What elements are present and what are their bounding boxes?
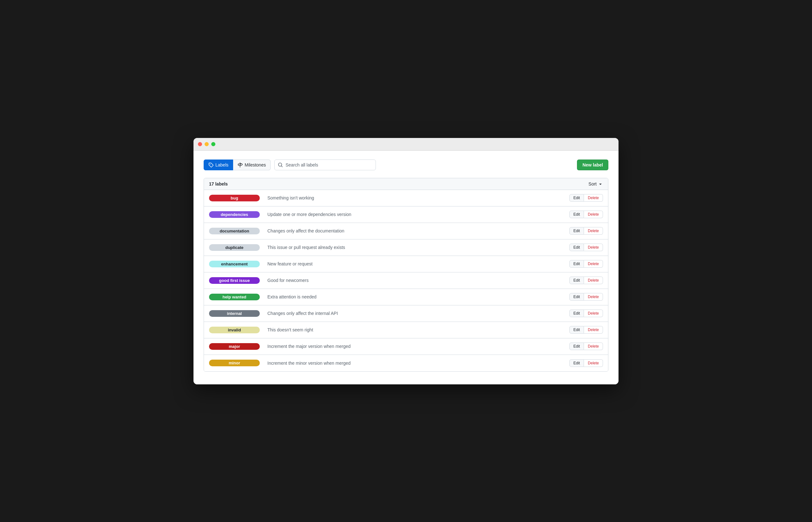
chevron-down-icon <box>598 181 603 186</box>
label-row: help wantedExtra attention is neededEdit… <box>204 289 608 305</box>
label-badge: minor <box>209 360 260 366</box>
label-badge: major <box>209 343 260 350</box>
label-actions: EditDelete <box>569 326 603 334</box>
label-actions: EditDelete <box>569 293 603 301</box>
label-badge: help wanted <box>209 294 260 300</box>
label-badge: duplicate <box>209 244 260 251</box>
delete-button[interactable]: Delete <box>584 293 603 301</box>
label-row: majorIncrement the major version when me… <box>204 338 608 355</box>
edit-button[interactable]: Edit <box>569 227 584 235</box>
label-row: enhancementNew feature or requestEditDel… <box>204 256 608 273</box>
page-content: Labels Milestones New label 17 labels <box>194 150 618 384</box>
label-badge: enhancement <box>209 261 260 267</box>
milestones-tab-button[interactable]: Milestones <box>233 160 271 170</box>
new-label-button[interactable]: New label <box>577 160 608 170</box>
search-input[interactable] <box>285 162 372 167</box>
maximize-button[interactable] <box>211 142 215 146</box>
delete-button[interactable]: Delete <box>584 260 603 268</box>
edit-button[interactable]: Edit <box>569 342 584 350</box>
sort-button[interactable]: Sort <box>588 181 603 186</box>
label-row: documentationChanges only affect the doc… <box>204 223 608 239</box>
label-description: Increment the major version when merged <box>260 344 569 349</box>
toolbar: Labels Milestones New label <box>204 160 608 170</box>
label-row: invalidThis doesn't seem rightEditDelete <box>204 322 608 338</box>
milestone-icon <box>238 162 243 167</box>
minimize-button[interactable] <box>204 142 209 146</box>
edit-button[interactable]: Edit <box>569 326 584 334</box>
label-actions: EditDelete <box>569 244 603 251</box>
labels-header: 17 labels Sort <box>204 178 608 190</box>
label-actions: EditDelete <box>569 342 603 350</box>
label-description: This issue or pull request already exist… <box>260 245 569 250</box>
labels-tab-button[interactable]: Labels <box>204 160 233 170</box>
edit-button[interactable]: Edit <box>569 277 584 284</box>
label-actions: EditDelete <box>569 359 603 367</box>
labels-list: bugSomething isn't workingEditDeletedepe… <box>204 190 608 372</box>
label-actions: EditDelete <box>569 309 603 317</box>
label-badge: dependencies <box>209 211 260 218</box>
edit-button[interactable]: Edit <box>569 293 584 301</box>
labels-count: 17 labels <box>209 181 228 186</box>
delete-button[interactable]: Delete <box>584 309 603 317</box>
label-row: internalChanges only affect the internal… <box>204 305 608 322</box>
label-badge: invalid <box>209 327 260 333</box>
label-description: Extra attention is needed <box>260 294 569 299</box>
label-badge: documentation <box>209 228 260 234</box>
titlebar <box>194 138 618 150</box>
edit-button[interactable]: Edit <box>569 359 584 367</box>
delete-button[interactable]: Delete <box>584 277 603 284</box>
delete-button[interactable]: Delete <box>584 210 603 218</box>
milestones-btn-text: Milestones <box>244 162 266 167</box>
label-badge: internal <box>209 310 260 317</box>
close-button[interactable] <box>198 142 202 146</box>
main-window: Labels Milestones New label 17 labels <box>194 138 618 384</box>
label-badge: good first issue <box>209 277 260 284</box>
label-row: bugSomething isn't workingEditDelete <box>204 190 608 206</box>
labels-container: 17 labels Sort bugSomething isn't workin… <box>204 178 608 372</box>
edit-button[interactable]: Edit <box>569 244 584 251</box>
label-row: duplicateThis issue or pull request alre… <box>204 239 608 256</box>
delete-button[interactable]: Delete <box>584 359 603 367</box>
delete-button[interactable]: Delete <box>584 342 603 350</box>
edit-button[interactable]: Edit <box>569 309 584 317</box>
label-badge: bug <box>209 195 260 201</box>
delete-button[interactable]: Delete <box>584 194 603 202</box>
delete-button[interactable]: Delete <box>584 227 603 235</box>
edit-button[interactable]: Edit <box>569 210 584 218</box>
label-description: Changes only affect the documentation <box>260 228 569 234</box>
label-row: dependenciesUpdate one or more dependenc… <box>204 206 608 223</box>
label-actions: EditDelete <box>569 210 603 218</box>
label-icon <box>209 162 214 167</box>
edit-button[interactable]: Edit <box>569 260 584 268</box>
label-actions: EditDelete <box>569 260 603 268</box>
label-row: minorIncrement the minor version when me… <box>204 355 608 372</box>
edit-button[interactable]: Edit <box>569 194 584 202</box>
label-description: Something isn't working <box>260 195 569 200</box>
search-box <box>274 160 376 170</box>
label-description: This doesn't seem right <box>260 327 569 333</box>
label-row: good first issueGood for newcomersEditDe… <box>204 273 608 289</box>
label-description: Changes only affect the internal API <box>260 311 569 316</box>
label-actions: EditDelete <box>569 277 603 284</box>
label-description: New feature or request <box>260 261 569 266</box>
label-actions: EditDelete <box>569 227 603 235</box>
label-description: Update one or more dependencies version <box>260 212 569 217</box>
delete-button[interactable]: Delete <box>584 326 603 334</box>
label-description: Good for newcomers <box>260 278 569 283</box>
label-description: Increment the minor version when merged <box>260 361 569 366</box>
search-icon <box>278 162 283 167</box>
delete-button[interactable]: Delete <box>584 244 603 251</box>
label-actions: EditDelete <box>569 194 603 202</box>
labels-btn-text: Labels <box>215 162 229 167</box>
